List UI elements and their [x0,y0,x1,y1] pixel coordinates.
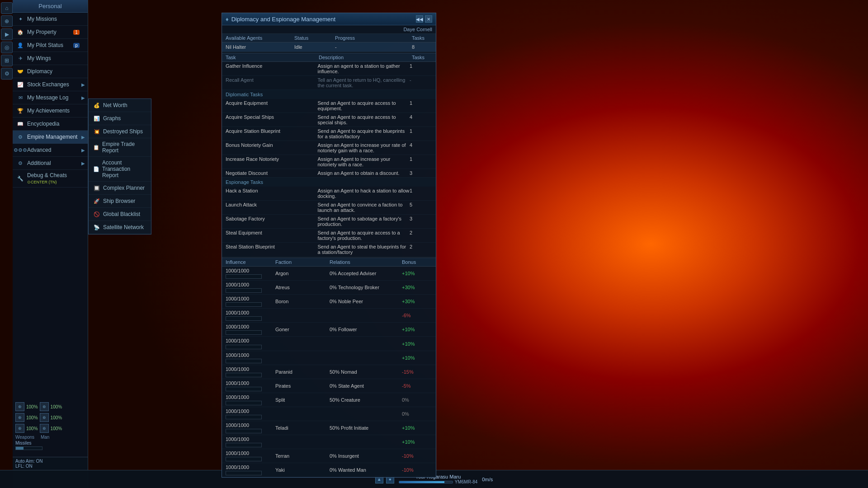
speed-panel: 0m/s [482,477,493,482]
task-negotiate-discount[interactable]: Negotiate Discount Assign an Agent to ob… [222,169,436,178]
influence-row-3[interactable]: 1000/1000 -6% [222,309,436,323]
pilot-badge: p [73,43,80,48]
influence-row-8[interactable]: 1000/1000 Pirates 0% State Agent -5% [222,379,436,393]
dipl-title-text: Diplomacy and Espionage Management [231,16,336,23]
submenu-complex-planner[interactable]: 🔲 Complex Planner [89,182,151,195]
ship-health-bar [399,481,453,483]
task-sabotage-factory[interactable]: Sabotage Factory Send an Agent to sabota… [222,215,436,229]
nav-icon-ship[interactable]: ▶ [1,28,13,40]
task-steal-equipment[interactable]: Steal Equipment Send an Agent to acquire… [222,229,436,243]
task-name-sab: Sabotage Factory [226,216,318,227]
empire-arrow: ▶ [81,135,85,140]
task-increase-notoriety[interactable]: Increase Race Notoriety Assign an Agent … [222,155,436,169]
task-count-acq-bp: 1 [410,128,432,139]
task-name-acq-eq: Acquire Equipment [226,100,318,111]
task-steal-blueprint[interactable]: Steal Station Blueprint Send an Agent to… [222,243,436,257]
inf-influence-val: 1000/1000 [226,465,275,475]
influence-row-9[interactable]: 1000/1000 Split 50% Creature 0% [222,393,436,407]
inf-bonus: -5% [402,383,429,389]
nav-icon-trade[interactable]: ⊞ [1,55,13,66]
sidebar-item-pilot[interactable]: 👤 My Pilot Status p [13,39,88,52]
task-name-gather: Gather Influence [226,63,318,74]
task-gather-influence[interactable]: Gather Influence Assign an agent to a st… [222,62,436,76]
task-count-hack: 1 [410,188,432,199]
dipl-title-icon: ♦ [226,16,229,23]
submenu-account-transaction-label: Account Transaction Report [102,160,146,178]
sidebar-item-stocks[interactable]: 📈 Stock Exchanges ▶ [13,78,88,91]
sidebar-item-advanced[interactable]: ⚙⚙⚙ Advanced ▶ [13,144,88,157]
aim-panel: Auto Aim: ON LFL: ON [13,457,88,470]
task-desc-steal-eq: Send an Agent to acquire access to a fac… [318,230,410,241]
close-btn[interactable]: ✕ [425,15,432,23]
influence-row-6[interactable]: 1000/1000 +10% [222,351,436,365]
nav-icon-home[interactable]: ⌂ [1,2,13,14]
submenu-net-worth[interactable]: 💰 Net Worth [89,99,151,112]
inf-influence-val: 1000/1000 [226,394,275,405]
inf-influence-val: 1000/1000 [226,282,275,293]
player-name: Daye Cornell [222,25,436,34]
submenu-ship-browser[interactable]: 🚀 Ship Browser [89,195,151,208]
influence-row-7[interactable]: 1000/1000 Paranid 50% Nomad -15% [222,365,436,379]
submenu-graphs-label: Graphs [103,115,121,122]
submenu-graphs[interactable]: 📊 Graphs [89,112,151,125]
submenu-destroyed-ships[interactable]: 💥 Destroyed Ships [89,125,151,138]
sidebar-item-debug-label: Debug & Cheats ⊙CENTER (TN) [27,172,84,185]
task-acquire-station-blueprint[interactable]: Acquire Station Blueprint Send an Agent … [222,127,436,141]
sidebar-item-messages[interactable]: ✉ My Message Log ▶ [13,91,88,104]
sidebar-item-encyclopedia[interactable]: 📖 Encyclopedia [13,117,88,131]
task-launch-attack[interactable]: Launch Attack Send an Agent to convince … [222,201,436,215]
influence-row-12[interactable]: 1000/1000 +10% [222,435,436,449]
influence-row-13[interactable]: 1000/1000 Terran 0% Insurgent -10% [222,449,436,463]
inf-relations: 50% Profit Initiate [330,425,402,431]
sidebar-item-empire[interactable]: ⚙ Empire Management ▶ [13,131,88,144]
sidebar-item-additional[interactable]: ⚙ Additional ▶ [13,157,88,170]
net-worth-icon: 💰 [93,102,100,109]
task-acquire-special-ships[interactable]: Acquire Special Ships Send an Agent to a… [222,113,436,127]
inf-influence-val: 1000/1000 [226,436,275,447]
sidebar-item-wings-label: My Wings [27,55,51,61]
sidebar-item-diplomacy[interactable]: 🤝 Diplomacy [13,65,88,78]
influence-row-11[interactable]: 1000/1000 Teladi 50% Profit Initiate +10… [222,421,436,435]
sidebar-item-missions[interactable]: ✦ My Missions [13,13,88,26]
inf-faction: Pirates [275,383,330,389]
agent-row-nil-halter[interactable]: Nil Halter Idle - 8 [222,42,436,52]
sidebar-item-achievements-label: My Achievements [27,108,70,114]
task-hack-station[interactable]: Hack a Station Assign an Agent to hack a… [222,187,436,201]
weapon-icon-2: ⊛ [40,402,49,411]
agents-col-status: Status [294,35,335,41]
influence-row-1[interactable]: 1000/1000 Atreus 0% Technology Broker +3… [222,281,436,295]
inf-influence-val: 1000/1000 [226,450,275,461]
submenu-trade-report[interactable]: 📋 Empire Trade Report [89,138,151,157]
nav-icon-target[interactable]: ◎ [1,42,13,53]
empire-submenu: 💰 Net Worth 📊 Graphs 💥 Destroyed Ships 📋… [88,99,151,235]
nav-icon-map[interactable]: ⊕ [1,15,13,27]
submenu-account-transaction[interactable]: 📄 Account Transaction Report [89,157,151,182]
influence-row-14[interactable]: 1000/1000 Yaki 0% Wanted Man -10% [222,463,436,477]
inf-bonus: -10% [402,467,429,473]
influence-row-2[interactable]: 1000/1000 Boron 0% Noble Peer +30% [222,295,436,309]
minimize-btn[interactable]: ◀◀ [416,15,423,23]
influence-row-4[interactable]: 1000/1000 Goner 0% Follower +10% [222,323,436,337]
influence-row-5[interactable]: 1000/1000 +10% [222,337,436,351]
weapons-panel: ⊛ 100% ⊛ 100% ⊛ 100% ⊛ 100% ⊛ 100% ⊛ 100… [13,400,88,452]
task-recall-agent[interactable]: Recall Agent Tell an Agent to return to … [222,76,436,90]
submenu-global-blacklist[interactable]: 🚫 Global Blacklist [89,208,151,221]
influence-row-10[interactable]: 1000/1000 0% [222,407,436,421]
sidebar-item-wings[interactable]: ✈ My Wings [13,52,88,65]
inf-influence-val: 1000/1000 [226,296,275,307]
dipl-title: ♦ Diplomacy and Espionage Management [226,16,335,23]
influence-row-0[interactable]: 1000/1000 Argon 0% Accepted Adviser +10% [222,267,436,281]
auto-aim-label: Auto Aim: ON [15,459,85,464]
task-bonus-notoriety[interactable]: Bonus Notoriety Gain Assign an Agent to … [222,141,436,155]
sidebar-item-debug[interactable]: 🔧 Debug & Cheats ⊙CENTER (TN) [13,170,88,188]
nav-icon-settings[interactable]: ⚙ [1,68,13,80]
submenu-satellite-network[interactable]: 📡 Satellite Network [89,221,151,234]
missiles-bar [15,446,42,450]
sidebar-item-advanced-label: Advanced [27,147,51,153]
sidebar-item-diplomacy-label: Diplomacy [27,68,52,75]
empire-icon: ⚙ [16,133,24,141]
espionage-tasks-label: Espionage Tasks [222,178,436,187]
sidebar-item-achievements[interactable]: 🏆 My Achievements [13,104,88,117]
sidebar-item-property[interactable]: 🏠 My Property 1 [13,26,88,39]
task-acquire-equipment[interactable]: Acquire Equipment Send an Agent to acqui… [222,99,436,113]
